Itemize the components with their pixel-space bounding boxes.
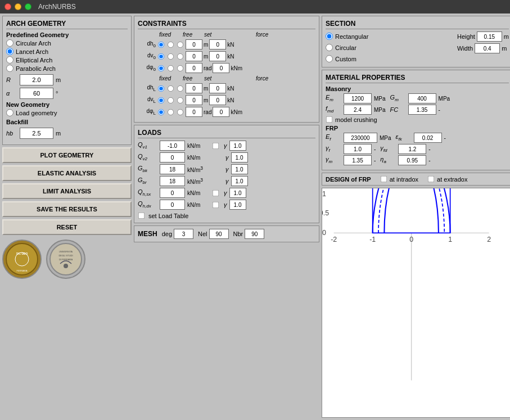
arch-type-parabolic[interactable]: Parabolic Arch [6,65,128,72]
dhL-force-value[interactable] [209,83,226,93]
set-load-table-check[interactable] [138,213,145,219]
gfd-input[interactable] [398,144,426,154]
crushing-check[interactable] [326,116,333,123]
dhL-free-radio[interactable] [168,85,174,91]
dv0-free-radio[interactable] [168,53,174,59]
section-custom[interactable]: Custom [326,55,368,62]
reset-button[interactable]: RESET [2,219,132,235]
elastic-analysis-button[interactable]: ELASTIC ANALYSIS [2,165,132,181]
dvL-set-value[interactable] [186,95,202,105]
dvL-force-value[interactable] [209,95,226,105]
dh0-force-value[interactable] [209,39,226,49]
dphiL-set-radio[interactable] [177,109,183,115]
gf-input[interactable] [344,144,372,154]
dv0-force-value[interactable] [209,51,226,61]
qv2-gamma[interactable] [231,152,248,162]
parabolic-radio[interactable] [6,65,13,72]
qhsx-input[interactable] [160,188,185,198]
dphi0-force-value[interactable] [213,63,229,73]
section-dimensions: Height m Width m [457,31,509,53]
qhdx-input[interactable] [160,200,185,210]
maximize-button[interactable] [25,3,31,10]
dh0-set-radio[interactable] [177,41,183,47]
gm2-input[interactable] [344,155,372,165]
gm-input[interactable] [408,93,436,103]
fmd-input[interactable] [344,105,372,115]
circular-radio[interactable] [6,39,13,47]
save-results-button[interactable]: SAVE THE RESULTS [2,201,132,217]
dhL-set-value[interactable] [186,83,202,93]
dphi0-set-radio[interactable] [177,65,183,71]
dv0-set-radio[interactable] [177,53,183,59]
logo-right-svg: UNIVERSITÀ DEGLI STUDI DI FERRARA [49,242,83,276]
dv0-set-value[interactable] [186,51,202,61]
section-rectangular[interactable]: Rectangular [326,33,368,40]
dphi0-fixed-radio[interactable] [158,65,164,71]
limit-analysis-button[interactable]: LIMIT ANALYSIS [2,183,132,199]
efk-input[interactable] [414,133,442,143]
qv1-check[interactable] [213,142,219,149]
qv1-input[interactable] [160,141,185,151]
svg-text:-1: -1 [369,236,376,243]
na-input[interactable] [398,155,426,165]
lancet-label: Lancet Arch [16,48,48,55]
dhL-set-radio[interactable] [177,85,183,91]
dhL-fixed-radio[interactable] [158,85,164,91]
gbr-input[interactable] [160,176,185,186]
loads-panel: LOADS Qv1 kN/m γ Qv2 kN/m γ Gbk kN/m3 [134,125,319,223]
alpha-input[interactable] [20,88,53,99]
dvL-set-radio[interactable] [177,97,183,103]
gbr-gamma[interactable] [231,176,248,186]
dh0-free-radio[interactable] [168,41,174,47]
svg-text:1: 1 [322,190,326,198]
rectangular-radio[interactable] [326,33,333,40]
section-circular-radio[interactable] [326,44,333,51]
dphiL-fixed-radio[interactable] [158,109,164,115]
gbk-input[interactable] [160,164,185,174]
hb-input[interactable] [20,128,53,139]
width-input[interactable] [475,43,500,53]
dv0-fixed-radio[interactable] [158,53,164,59]
mesh-nel-input[interactable] [209,229,229,239]
dphiL-free-radio[interactable] [168,109,174,115]
dvL-fixed-radio[interactable] [158,97,164,103]
mesh-deg-input[interactable] [174,229,193,239]
gbk-gamma[interactable] [231,164,248,174]
height-input[interactable] [477,31,502,42]
elliptical-radio[interactable] [6,56,13,64]
qv1-gamma[interactable] [229,141,246,151]
qv2-input[interactable] [160,152,185,162]
custom-radio[interactable] [326,55,333,62]
dphi0-set-value[interactable] [186,63,202,73]
lancet-radio[interactable] [6,48,13,55]
qhsx-check[interactable] [213,189,219,196]
dphiL-set-value[interactable] [186,107,202,117]
arch-type-lancet[interactable]: Lancet Arch [6,48,128,55]
ef-input[interactable] [344,133,377,143]
minimize-button[interactable] [15,3,21,10]
plot-geometry-button[interactable]: PLOT GEOMETRY [2,147,132,163]
load-qv1-row: Qv1 kN/m γ [138,141,315,151]
r-input[interactable] [20,74,53,85]
close-button[interactable] [4,3,11,10]
qhsx-gamma[interactable] [229,188,246,198]
intradox-check[interactable] [380,176,387,183]
qhdx-check[interactable] [213,201,219,208]
mesh-deg-label: deg [162,231,172,237]
em-input[interactable] [344,93,372,103]
load-geometry-radio[interactable] [6,109,13,116]
dh0-fixed-radio[interactable] [158,41,164,47]
section-circular[interactable]: Circular [326,44,368,51]
mesh-nbr-input[interactable] [245,229,264,239]
chart-area: 0 0.5 1 1.5 2 2.5 3 3.5 -2 -1 0 1 2 [322,188,510,418]
extradox-check[interactable] [428,176,435,183]
dphi0-free-radio[interactable] [168,65,174,71]
arch-type-circular[interactable]: Circular Arch [6,39,128,47]
dvL-free-radio[interactable] [168,97,174,103]
arch-type-elliptical[interactable]: Elliptical Arch [6,56,128,64]
fc-input[interactable] [408,105,436,115]
dphiL-force-value[interactable] [213,107,229,117]
dh0-set-value[interactable] [186,39,202,49]
load-geometry-row[interactable]: Load geometry [6,109,128,116]
qhdx-gamma[interactable] [229,200,246,210]
